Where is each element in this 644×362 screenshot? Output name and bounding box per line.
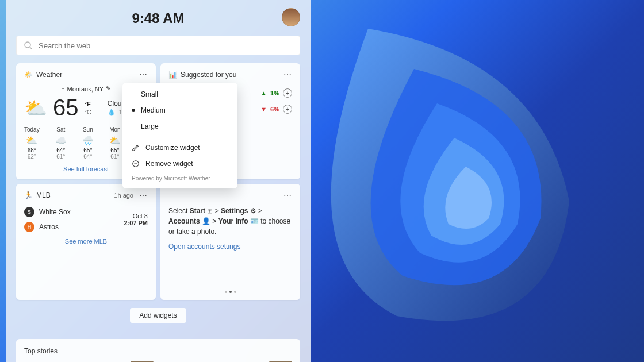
change-pct: 1% [270,90,279,97]
top-stories-card: Top stories w Why the Senate blinked and… [16,339,300,362]
current-weather-icon: ⛅ [24,97,47,119]
forecast-day[interactable]: Sat☁️64°61° [55,126,67,160]
clock-time: 9:48 AM [132,10,184,26]
precip-icon: 💧 [108,109,116,116]
search-input[interactable] [39,41,293,50]
team-row[interactable]: H Astros [24,222,71,232]
see-more-mlb-link[interactable]: See more MLB [24,238,148,245]
open-accounts-link[interactable]: Open accounts settings [168,242,292,251]
dot[interactable] [229,291,232,293]
weather-location: Montauk, NY [67,86,104,93]
menu-size-large[interactable]: Large [122,118,237,134]
forecast-day[interactable]: Today⛅68°62° [24,126,40,160]
menu-size-medium[interactable]: Medium [122,102,237,118]
team-name: Astros [39,223,59,231]
weather-more-button[interactable]: ⋯ [139,70,148,79]
team-name: White Sox [39,208,71,216]
home-icon: ⌂ [61,86,65,93]
dot[interactable] [234,291,236,293]
chart-icon: 📊 [168,71,177,79]
add-button[interactable]: + [283,105,292,114]
tips-card: ⋯ Select Start ⊞ > Settings ⚙ > Accounts… [160,184,300,300]
gear-icon: ⚙ [250,207,256,215]
tips-more-button[interactable]: ⋯ [283,191,292,200]
change-pct: 6% [270,106,279,113]
weather-icon: 🌤️ [24,71,33,79]
team-logo-icon: H [24,222,34,232]
search-box[interactable] [16,36,300,55]
user-avatar[interactable] [282,8,300,26]
search-icon [24,41,33,50]
person-icon: 👤 [202,217,210,225]
start-icon: ⊞ [207,207,213,215]
team-logo-icon: S [24,207,34,217]
page-dots [168,291,292,293]
id-icon: 🪪 [250,217,259,225]
forecast-day[interactable]: Sun🌧️65°64° [82,126,94,160]
suggested-title: Suggested for you [181,71,236,79]
forecast-day[interactable]: Mon⛅65°61° [109,126,121,160]
svg-line-1 [30,47,32,49]
top-stories-title: Top stories [24,347,292,355]
weather-title: Weather [36,71,62,79]
arrow-up-icon: ▲ [260,90,267,97]
game-time: 2:07 PM [124,219,148,226]
widget-context-menu: Small Medium Large Customize widget Remo… [122,83,237,188]
menu-remove[interactable]: Remove widget [122,156,237,172]
tips-body: Select Start ⊞ > Settings ⚙ > Accounts 👤… [168,206,292,237]
dot[interactable] [225,291,227,293]
widgets-panel: 9:48 AM 🌤️ Weather ⋯ ⌂ Montauk, NY ✎ ⛅ [6,0,310,362]
menu-separator [129,137,231,137]
edit-icon[interactable]: ✎ [106,85,111,93]
sports-icon: 🏃 [24,191,33,199]
arrow-down-icon: ▼ [260,106,267,113]
mlb-more-button[interactable]: ⋯ [139,191,148,200]
unit-c[interactable]: °C [85,109,91,115]
add-button[interactable]: + [283,88,292,98]
game-date: Oct 8 [124,213,148,219]
current-temp: 65 [53,95,79,121]
suggested-more-button[interactable]: ⋯ [283,70,292,79]
menu-size-small[interactable]: Small [122,86,237,102]
unit-f[interactable]: °F [85,101,91,107]
mlb-ago: 1h ago [114,192,133,199]
mlb-card: 🏃 MLB 1h ago ⋯ S White Sox H Astros [16,184,156,300]
svg-point-0 [25,42,30,48]
remove-icon [132,160,140,168]
menu-customize[interactable]: Customize widget [122,140,237,156]
team-row[interactable]: S White Sox [24,207,71,217]
mlb-title: MLB [36,191,51,199]
add-widgets-button[interactable]: Add widgets [130,308,186,323]
pencil-icon [132,144,140,152]
desktop-wallpaper [253,0,644,362]
menu-footer: Powered by Microsoft Weather [122,172,237,185]
